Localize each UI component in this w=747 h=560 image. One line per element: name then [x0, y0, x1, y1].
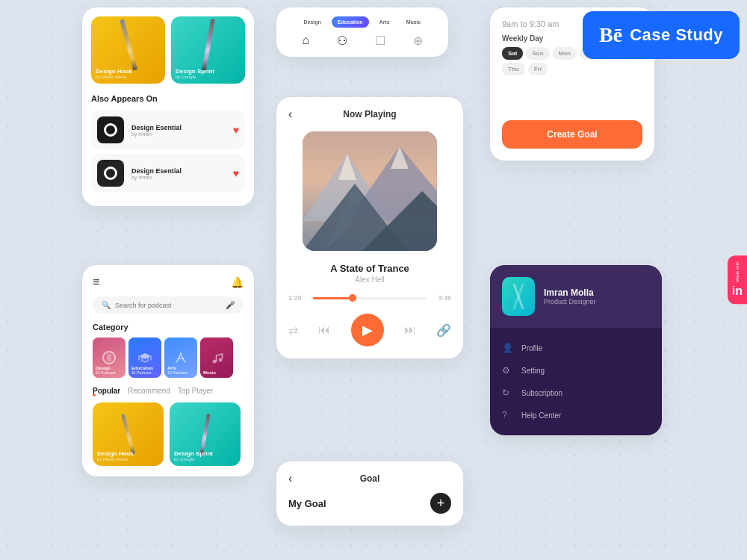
progress-fill [313, 297, 353, 299]
pencil-icon-teal [201, 19, 214, 71]
repeat-button[interactable]: 🔗 [436, 323, 451, 337]
progress-track[interactable] [313, 297, 427, 299]
profile-name: Imran Molla [544, 287, 596, 298]
nav-chip-education[interactable]: Education [332, 16, 369, 28]
bell-icon[interactable]: 🔔 [231, 276, 244, 288]
album-thumb-design-sprint[interactable]: Design Sprint by Google [171, 16, 245, 84]
profile-avatar [502, 277, 535, 316]
nav-category-icon[interactable]: ⚇ [337, 34, 347, 48]
player-now-playing-title: Now Playing [343, 109, 396, 119]
progress-bar: 1:20 3:48 [288, 294, 451, 302]
category-arts[interactable]: Arts13 Podcast [164, 337, 197, 378]
total-time: 3:48 [433, 294, 451, 302]
heart-button-1[interactable]: ♥ [233, 124, 239, 136]
category-music[interactable]: Music [200, 337, 233, 378]
create-goal-button[interactable]: Create Goal [502, 120, 642, 149]
profile-sidebar-card: Imran Molla Product Designer 👤 Profile ⚙… [490, 265, 662, 435]
album-title-2: Design Sprint [176, 68, 214, 75]
design-item-1[interactable]: Design Esential by imran ♥ [91, 111, 245, 149]
category-grid: Design20 Podcast Education31 Podcast Art… [93, 337, 244, 378]
add-goal-button[interactable]: + [430, 493, 451, 514]
podcast-album-title-1: Design Hook [97, 450, 134, 457]
profile-info: Imran Molla Product Designer [544, 287, 596, 305]
shuffle-button[interactable]: ⇄ [288, 323, 298, 337]
album-subtitle-2: by Google [176, 75, 214, 79]
sidebar-item-help[interactable]: ? Help Center [502, 404, 650, 426]
day-chip-mon[interactable]: Mon [553, 47, 577, 60]
goal-card: ‹ Goal My Goal + [276, 461, 463, 526]
design-item-info-1: Design Esential by imran [131, 124, 226, 137]
record-icon [104, 123, 117, 137]
album-label-design-hook: Design Hook by Martin Alexa [96, 68, 132, 79]
podcast-album-label-1: Design Hook by Martin Alexa [97, 450, 134, 461]
profile-menu-label: Profile [521, 344, 542, 352]
category-label: Category [93, 323, 244, 332]
cat-arts-label: Arts13 Podcast [167, 366, 187, 375]
previous-button[interactable]: ⏮ [318, 323, 330, 337]
nav-inbox-icon[interactable]: ☐ [375, 34, 385, 48]
podcast-album-author-2: by Google [174, 457, 213, 461]
nav-chip-music[interactable]: Music [400, 16, 427, 28]
tab-popular[interactable]: Popular [93, 387, 120, 395]
behance-badge: Bē Case Study [583, 11, 740, 59]
sidebar-menu: 👤 Profile ⚙ Setting ↻ Subscription ? Hel… [490, 328, 662, 435]
design-icon-2 [97, 160, 124, 187]
profile-icon: 👤 [502, 343, 514, 353]
help-icon: ? [502, 410, 514, 420]
category-design[interactable]: Design20 Podcast [93, 337, 125, 378]
day-chip-fri[interactable]: Fri [528, 63, 548, 75]
svg-rect-1 [107, 354, 111, 361]
podcast-album-author-1: by Martin Alexa [97, 457, 134, 461]
design-item-author-1: by imran [131, 131, 226, 137]
album-title: Design Hook [96, 68, 132, 75]
tab-top-player[interactable]: Top Player [178, 387, 213, 395]
nav-chip-arts[interactable]: Arts [374, 16, 396, 28]
design-item-2[interactable]: Design Esential by imran ♥ [91, 154, 245, 193]
day-chip-sat[interactable]: Sat [502, 47, 523, 60]
cat-music-label: Music [203, 370, 216, 375]
search-icon: 🔍 [102, 301, 111, 309]
sidebar-item-setting[interactable]: ⚙ Setting [502, 359, 650, 382]
mic-icon[interactable]: 🎤 [226, 301, 235, 309]
sidebar-item-profile[interactable]: 👤 Profile [502, 337, 650, 359]
day-chip-sun[interactable]: Sun [526, 47, 549, 60]
behance-logo-icon: Bē [599, 23, 622, 47]
day-chip-thu[interactable]: Thu [502, 63, 525, 75]
tab-recommend[interactable]: Recommend [128, 387, 170, 395]
podcast-card: ≡ 🔔 🔍 🎤 Category Design20 Podcast Educat… [82, 265, 254, 476]
goal-header: ‹ Goal [288, 473, 451, 484]
sidebar-item-subscription[interactable]: ↻ Subscription [502, 382, 650, 404]
category-education[interactable]: Education31 Podcast [128, 337, 161, 378]
search-input[interactable] [115, 302, 221, 309]
podcast-header: ≡ 🔔 [93, 276, 244, 289]
podcast-album-label-2: Design Sprint by Google [174, 450, 213, 461]
podcast-album-design-hook[interactable]: Design Hook by Martin Alexa [93, 402, 164, 466]
track-name: A State of Trance [288, 263, 451, 274]
help-menu-label: Help Center [521, 411, 561, 420]
album-thumb-design-hook[interactable]: Design Hook by Martin Alexa [91, 16, 165, 84]
podcast-album-design-sprint[interactable]: Design Sprint by Google [170, 402, 241, 466]
behance-text: Case Study [630, 25, 723, 45]
invision-logo-icon: in [732, 285, 743, 299]
made-with-invision: Made with in [728, 255, 747, 304]
player-back-button[interactable]: ‹ [288, 108, 292, 121]
progress-dot[interactable] [349, 294, 356, 302]
goal-back-button[interactable]: ‹ [288, 472, 292, 485]
heart-button-2[interactable]: ♥ [233, 167, 239, 179]
cat-design-label: Design20 Podcast [96, 366, 115, 375]
menu-icon[interactable]: ≡ [93, 276, 99, 289]
track-artist: Alex Hell [288, 276, 451, 284]
current-time: 1:20 [288, 294, 307, 302]
play-button[interactable]: ▶ [351, 314, 384, 346]
design-icon-1 [97, 116, 124, 143]
record-icon-2 [104, 167, 117, 180]
nav-chip-design[interactable]: Design [297, 16, 326, 28]
search-bar[interactable]: 🔍 🎤 [93, 296, 244, 314]
goal-content: My Goal + [288, 493, 451, 514]
nav-home-icon[interactable]: ⌂ [302, 34, 309, 48]
profile-role: Product Designer [544, 298, 596, 305]
subscription-icon: ↻ [502, 388, 514, 398]
nav-settings-icon[interactable]: ⊕ [413, 34, 423, 48]
tabs-row: Popular Recommend Top Player [93, 387, 244, 395]
next-button[interactable]: ⏭ [404, 323, 416, 337]
